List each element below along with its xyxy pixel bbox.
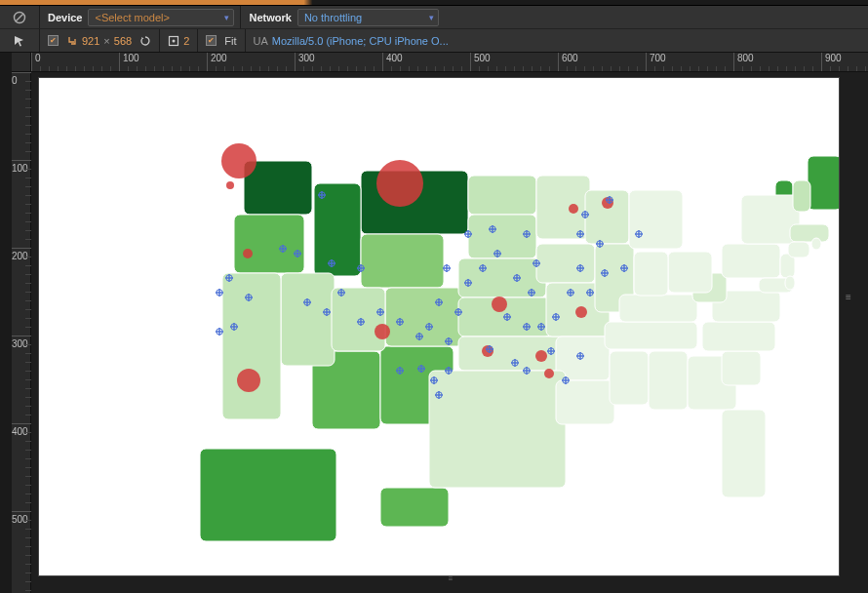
ua-value[interactable]: Mozilla/5.0 (iPhone; CPU iPhone O...: [272, 35, 449, 47]
device-toolbar: Device <Select model> ▾ Network No throt…: [0, 6, 868, 29]
state-TX[interactable]: [429, 371, 566, 488]
reload-icon[interactable]: [139, 35, 151, 47]
state-NV[interactable]: [281, 273, 335, 366]
state-CT[interactable]: [788, 242, 809, 257]
viewport-width[interactable]: 921: [82, 35, 99, 47]
state-ME[interactable]: [808, 156, 839, 210]
state-NC[interactable]: [702, 322, 775, 351]
state-ID[interactable]: [314, 183, 361, 276]
state-RI[interactable]: [811, 238, 821, 250]
chevron-down-icon: ▾: [224, 13, 229, 22]
state-IN[interactable]: [634, 252, 668, 296]
ua-label: UA: [254, 35, 268, 47]
state-KY[interactable]: [619, 295, 697, 322]
state-MN[interactable]: [536, 176, 590, 239]
state-NH[interactable]: [793, 180, 810, 212]
ruler-vertical: 0100200300400500600: [12, 72, 31, 593]
page-viewport[interactable]: [39, 78, 839, 575]
state-FL[interactable]: [722, 410, 766, 497]
state-IA[interactable]: [536, 244, 595, 283]
dpr-icon: [168, 35, 179, 47]
dpr-value[interactable]: 2: [183, 35, 189, 47]
responsive-checkbox[interactable]: ✔: [48, 35, 59, 46]
fit-checkbox[interactable]: ✔: [206, 35, 217, 46]
state-TN[interactable]: [605, 322, 697, 349]
usa-choropleth-map[interactable]: [39, 78, 839, 575]
fit-label: Fit: [224, 35, 236, 47]
rotate-icon[interactable]: [66, 35, 78, 47]
state-DE[interactable]: [785, 276, 795, 290]
state-OH[interactable]: [668, 252, 712, 293]
red-marker[interactable]: [243, 249, 253, 258]
chevron-down-icon: ▾: [429, 13, 434, 22]
times-glyph: ×: [103, 35, 109, 47]
state-ND[interactable]: [468, 176, 536, 215]
dimensions-toolbar: ✔ 921 × 568 2 ✔ Fit UA Mozilla/5.0 (iPho…: [0, 29, 868, 53]
state-SC[interactable]: [722, 351, 761, 385]
state-WY[interactable]: [361, 234, 444, 288]
state-MI[interactable]: [629, 190, 683, 249]
red-marker[interactable]: [237, 369, 260, 392]
responsive-canvas: 0100200300400500600700800900 01002003004…: [0, 53, 868, 593]
red-marker[interactable]: [226, 181, 234, 189]
network-label: Network: [241, 12, 296, 23]
red-marker[interactable]: [221, 143, 256, 178]
state-LA[interactable]: [556, 380, 614, 424]
state-CO[interactable]: [385, 288, 463, 346]
red-marker[interactable]: [535, 350, 547, 362]
svg-line-1: [16, 14, 23, 21]
ruler-corner: [12, 53, 31, 72]
resize-handle-right[interactable]: ≡: [846, 296, 850, 319]
red-marker[interactable]: [569, 204, 578, 214]
resize-handle-bottom[interactable]: ≡: [39, 575, 864, 581]
device-model-value: <Select model>: [95, 12, 169, 23]
network-value: No throttling: [304, 12, 362, 23]
ruler-horizontal: 0100200300400500600700800900: [31, 53, 868, 72]
viewport-height[interactable]: 568: [114, 35, 132, 47]
state-AK[interactable]: [200, 449, 336, 541]
device-model-select[interactable]: <Select model> ▾: [88, 9, 234, 26]
no-entry-icon[interactable]: [13, 11, 26, 24]
svg-point-3: [173, 39, 176, 42]
red-marker[interactable]: [575, 306, 587, 318]
state-CA[interactable]: [222, 273, 281, 419]
device-label: Device: [40, 12, 88, 23]
network-throttle-select[interactable]: No throttling ▾: [297, 9, 439, 26]
red-marker[interactable]: [376, 160, 423, 207]
red-marker[interactable]: [544, 369, 554, 378]
state-MS[interactable]: [610, 351, 649, 405]
red-marker[interactable]: [375, 324, 390, 339]
state-MA[interactable]: [790, 224, 829, 242]
state-OR[interactable]: [234, 215, 304, 273]
state-HI[interactable]: [380, 488, 449, 527]
pointer-icon[interactable]: [13, 34, 26, 48]
state-PA[interactable]: [722, 244, 780, 278]
red-marker[interactable]: [492, 296, 507, 312]
state-AL[interactable]: [649, 351, 688, 410]
left-gutter: [0, 53, 12, 593]
